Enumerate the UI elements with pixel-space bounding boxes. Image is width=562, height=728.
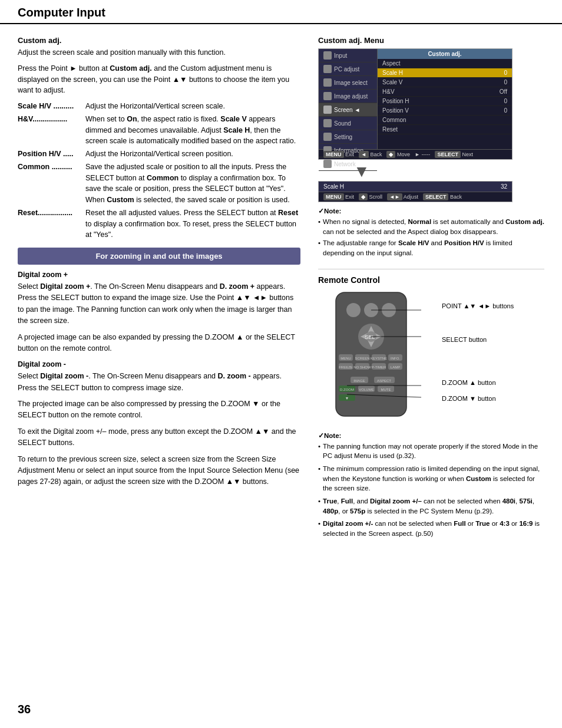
remote-note-section: ✓Note: • The panning function may not op…: [318, 431, 544, 539]
return-note: To return to the previous screen size, s…: [18, 454, 300, 488]
menu-right-positionv: Position V0: [378, 106, 512, 116]
scale-bar-footer: MENU Exit ◆ Scroll ◄► Adjust SELECT Back: [319, 192, 512, 202]
svg-text:▼: ▼: [345, 396, 349, 400]
imageadjust-icon: [323, 92, 332, 100]
menu-sidebar: Input PC adjust Image select Image: [319, 49, 512, 149]
custom-adj-title: Custom adj.: [18, 36, 300, 45]
svg-text:SCREEN: SCREEN: [355, 357, 369, 360]
adj-key-hv: H&V.................: [18, 114, 85, 147]
menu-item-imageselect: Image select: [319, 76, 377, 90]
page-title: Computer Input: [18, 6, 105, 19]
scale-bar: Scale H 32 MENU Exit ◆ Scroll ◄► Adjust …: [318, 181, 513, 202]
svg-text:VOLUME: VOLUME: [359, 388, 373, 391]
remote-label-dzoom-up: D.ZOOM ▲ button: [442, 378, 514, 388]
adj-key-scalehv: Scale H/V ..........: [18, 101, 85, 112]
setting-icon: [323, 133, 332, 141]
adj-key-common: Common ..........: [18, 162, 85, 206]
menu-right-hv: H&VOff: [378, 87, 512, 97]
menu-item-pcadjust: PC adjust: [319, 62, 377, 76]
remote-control-container: SEL MENU SCREEN KEYSTNE INFO.: [318, 289, 544, 427]
note-item-2: • The adjustable range for Scale H/V and…: [318, 238, 544, 258]
svg-text:LAMP: LAMP: [391, 365, 400, 369]
note-section-custom: ✓Note: • When no signal is detected, Nor…: [318, 207, 544, 258]
scale-bar-label: Scale H: [323, 183, 344, 190]
note-item-1: • When no signal is detected, Normal is …: [318, 217, 544, 236]
digital-zoom-plus-body2: A projected image can be also expanded b…: [18, 332, 300, 355]
svg-text:ASPECT: ASPECT: [377, 379, 391, 383]
menu-item-sound: Sound: [319, 117, 377, 130]
menu-right-scalev: Scale V0: [378, 78, 512, 87]
left-column: Custom adj. Adjust the screen scale and …: [18, 36, 300, 542]
scale-bar-header: Scale H 32: [319, 182, 512, 192]
menu-right-scaleh: Scale H0: [378, 68, 512, 78]
svg-text:D.ZOOM: D.ZOOM: [340, 388, 354, 391]
svg-text:IMAGE: IMAGE: [353, 379, 365, 383]
adj-val-positionhv: Adjust the Horizontal/Vertical screen po…: [85, 149, 300, 160]
svg-text:MENU: MENU: [340, 357, 351, 360]
right-column: Custom adj. Menu Input PC adjust: [318, 36, 544, 542]
custom-adj-body2: Press the Point ► button at Custom adj. …: [18, 63, 300, 96]
sound-icon: [323, 119, 332, 127]
svg-text:KEYSTNE: KEYSTNE: [371, 357, 387, 360]
screen-icon: [323, 106, 332, 114]
remote-label-dzoom-down: D.ZOOM ▼ button: [442, 394, 514, 404]
svg-point-1: [346, 303, 361, 317]
scale-bar-value: 32: [501, 183, 507, 190]
imageselect-icon: [323, 78, 332, 87]
adj-val-scalehv: Adjust the Horizontal/Vertical screen sc…: [85, 101, 300, 112]
menu-right-positionh: Position H0: [378, 97, 512, 106]
note-title: ✓Note:: [318, 207, 544, 215]
menu-item-setting: Setting: [319, 130, 377, 144]
menu-item-screen: Screen ◄: [319, 103, 377, 117]
menu-right-common: Common: [378, 116, 512, 125]
remote-note-2: • The minimum compression ratio is limit…: [318, 464, 544, 493]
remote-note-4: • Digital zoom +/- can not be selected w…: [318, 519, 544, 538]
adj-key-reset: Reset.................: [18, 207, 85, 241]
svg-text:NO SHOW: NO SHOW: [353, 365, 371, 369]
custom-adj-menu-title: Custom adj. Menu: [318, 36, 544, 45]
adj-val-common: Save the adjusted scale or position to a…: [85, 162, 300, 206]
adj-val-reset: Reset the all adjusted values. Press the…: [85, 207, 300, 241]
input-icon: [323, 51, 332, 60]
svg-text:INFO.: INFO.: [391, 357, 400, 360]
remote-label-point: POINT ▲▼ ◄► buttons: [442, 301, 514, 312]
svg-text:FREEZE: FREEZE: [339, 365, 353, 369]
custom-adj-body1: Adjust the screen scale and position man…: [18, 47, 300, 58]
zoom-banner: For zooming in and out the images: [18, 248, 300, 265]
page-header: Computer Input: [0, 0, 562, 24]
custom-adj-menu-image: Input PC adjust Image select Image: [318, 48, 513, 160]
menu-right-aspect: Aspect: [378, 59, 512, 68]
svg-text:MUTE: MUTE: [381, 388, 391, 391]
remote-control-title: Remote Control: [318, 269, 544, 285]
adj-row-common: Common .......... Save the adjusted scal…: [18, 162, 300, 206]
remote-note-1: • The panning function may not operate p…: [318, 442, 544, 461]
digital-zoom-plus-title: Digital zoom +: [18, 271, 300, 279]
remote-control-image: SEL MENU SCREEN KEYSTNE INFO.: [318, 289, 436, 427]
digital-zoom-plus-body1: Select Digital zoom +. The On-Screen Men…: [18, 281, 300, 327]
remote-labels: POINT ▲▼ ◄► buttons SELECT button D.ZOOM…: [442, 289, 514, 404]
page-content: Custom adj. Adjust the screen scale and …: [0, 24, 562, 548]
menu-item-imageadjust: Image adjust: [319, 90, 377, 103]
remote-label-select: SELECT button: [442, 335, 514, 345]
menu-right-reset: Reset: [378, 125, 512, 134]
adj-row-hv: H&V................. When set to On, the…: [18, 114, 300, 147]
pcadjust-icon: [323, 65, 332, 73]
adj-row-positionhv: Position H/V ..... Adjust the Horizontal…: [18, 149, 300, 160]
menu-right-panel: Custom adj. Aspect Scale H0 Scale V0 H&V…: [378, 49, 512, 149]
adj-row-reset: Reset................. Reset the all adj…: [18, 207, 300, 241]
digital-zoom-minus-title: Digital zoom -: [18, 360, 300, 368]
menu-right-header: Custom adj.: [378, 49, 512, 59]
remote-note-title: ✓Note:: [318, 431, 544, 440]
exit-note: To exit the Digital zoom +/– mode, press…: [18, 426, 300, 449]
svg-text:SEL: SEL: [365, 334, 375, 340]
adj-val-hv: When set to On, the aspect ratio is fixe…: [85, 114, 300, 147]
digital-zoom-minus-body1: Select Digital zoom -. The On-Screen Men…: [18, 371, 300, 394]
adj-table: Scale H/V .......... Adjust the Horizont…: [18, 101, 300, 241]
network-icon: [323, 160, 332, 168]
menu-left-panel: Input PC adjust Image select Image: [319, 49, 378, 149]
digital-zoom-minus-body2: The projected image can be also compress…: [18, 398, 300, 421]
svg-text:P-TIMER: P-TIMER: [372, 365, 386, 369]
adj-row-scalehv: Scale H/V .......... Adjust the Horizont…: [18, 101, 300, 112]
menu-item-input: Input: [319, 49, 377, 62]
remote-note-3: • True, Full, and Digital zoom +/– can n…: [318, 496, 544, 516]
